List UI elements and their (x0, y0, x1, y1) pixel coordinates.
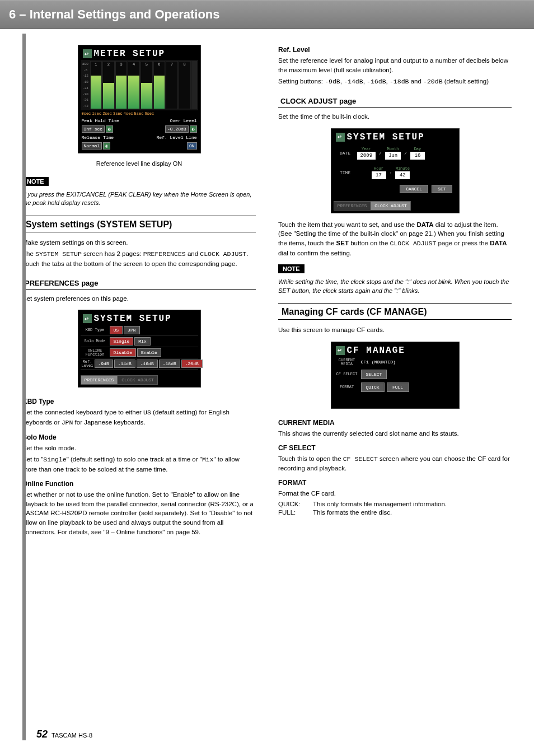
pref-tab-2: PREFERENCES (334, 201, 371, 211)
kbd-heading: KBD Type (22, 398, 256, 405)
meter-setup-screenshot: ↩ METER SETUP dB0 -6 -12 -18 -24 -30 -36… (78, 45, 201, 153)
note-text-2: While setting the time, the clock stops … (278, 278, 512, 295)
clock-tab-2: CLOCK ADJUST (371, 201, 411, 211)
note-text-1: If you press the EXIT/CANCEL (PEAK CLEAR… (22, 190, 256, 208)
release-knob-icon: ◐ (103, 142, 110, 150)
year-box: 2009 (357, 152, 376, 160)
cf-manage-heading: Managing CF cards (CF MANAGE) (278, 303, 512, 320)
left-column: ↩ METER SETUP dB0 -6 -12 -18 -24 -30 -36… (22, 40, 256, 539)
ref-label: Ref. Level (82, 360, 93, 368)
ref-18-btn: -18dB (159, 360, 180, 368)
cf-select-heading: CF SELECT (278, 444, 512, 452)
system-setup-heading: System settings (SYSTEM SETUP) (22, 216, 256, 232)
kbd-us-btn: US (110, 326, 123, 334)
min-box: 42 (395, 171, 410, 179)
quick-val: This only formats file management inform… (313, 501, 512, 507)
ref-9-btn: -9dB (95, 360, 113, 368)
sys-title: SYSTEM SETUP (94, 314, 172, 324)
cf-para-1: Use this screen to manage CF cards. (278, 325, 512, 335)
clock-para-2: Touch the item that you want to set, and… (278, 220, 512, 258)
kbd-jpn-btn: JPN (124, 326, 139, 334)
clock-tab: CLOCK ADJUST (118, 375, 158, 385)
note-tag-2: NOTE (278, 264, 305, 273)
pref-tab: PREFERENCES (81, 375, 118, 385)
cf-select-btn: SELECT (361, 370, 387, 379)
ref-para-2: Setting buttons: -9dB, -14dB, -16dB, -18… (278, 77, 512, 87)
cf-manage-screenshot: ↩ CF MANAGE CURRENT MEDIA CF1 (MOUNTED) … (331, 342, 460, 409)
format-quick-row: QUICK: This only formats file management… (278, 501, 512, 507)
ref-heading: Ref. Level (278, 46, 512, 54)
page-footer: 52 TASCAM HS-8 (36, 729, 92, 740)
back-icon: ↩ (336, 346, 345, 355)
back-icon: ↩ (83, 49, 92, 58)
cf-title: CF MANAGE (347, 346, 405, 356)
time-label: TIME (337, 170, 354, 175)
solo-para-2: Set to "Single" (default setting) to sol… (22, 455, 256, 474)
system-para-1: Make system settings on this screen. (22, 238, 256, 248)
quick-key: QUICK: (278, 501, 306, 507)
solo-mix-btn: Mix (134, 337, 150, 346)
meter-title: METER SETUP (94, 49, 166, 59)
page-title: 6 – Internal Settings and Operations (9, 7, 525, 22)
clock-adjust-screenshot: ↩ SYSTEM SETUP DATE Year2009 / MonthJun … (331, 128, 460, 213)
peak-button-row: 0sec 1sec 2sec 3sec 4sec 5sec 6sec (81, 110, 198, 117)
meter-scale: dB0 -6 -12 -18 -24 -30 -36 -42 (82, 61, 90, 109)
peak-hold-label: Peak Hold Time (82, 118, 119, 123)
system-para-2: The SYSTEM SETUP screen has 2 pages: PRE… (22, 249, 256, 268)
solo-single-btn: Single (110, 337, 134, 346)
solo-heading: Solo Mode (22, 433, 256, 441)
inf-btn: Inf sec (82, 125, 105, 133)
ref-level-line-label: Ref. Level Line (156, 135, 196, 140)
cf-format-label: FORMAT (335, 385, 359, 389)
ref-20-btn: -20dB (181, 360, 203, 368)
current-media-heading: CURRENT MEDIA (278, 419, 512, 427)
kbd-label: KBD Type (82, 328, 109, 332)
ref-on-btn: ON (187, 142, 197, 150)
format-heading: FORMAT (278, 479, 512, 487)
release-row: Release Time Ref. Level Line (81, 134, 198, 141)
ref-16-btn: -16dB (137, 360, 158, 368)
online-disable-btn: Disable (110, 348, 137, 357)
ref-14-btn: -14dB (114, 360, 135, 368)
full-key: FULL: (278, 509, 306, 516)
online-heading: Online Function (22, 480, 256, 488)
meter-caption: Reference level line display ON (22, 160, 256, 167)
kbd-para: Set the connected keyboard type to eithe… (22, 408, 256, 427)
cf-select-para: Touch this to open the CF SELECT screen … (278, 454, 512, 473)
cf-media-label: CURRENT MEDIA (335, 358, 359, 366)
back-icon: ↩ (336, 133, 345, 142)
over-value: -0.20dB (165, 125, 189, 133)
solo-para-1: Set the solo mode. (22, 444, 256, 453)
back-icon: ↩ (83, 314, 92, 323)
cf-select-label: CF SELECT (335, 372, 359, 376)
pref-para: Set system preferences on this page. (22, 294, 256, 304)
current-media-para: This shows the currently selected card s… (278, 429, 512, 438)
right-column: Ref. Level Set the reference level for a… (278, 40, 512, 539)
sys-tabs: PREFERENCES CLOCK ADJUST (81, 375, 198, 385)
peak-hold-row: Peak Hold Time Over Level (81, 117, 198, 124)
clock-tabs: PREFERENCES CLOCK ADJUST (334, 201, 457, 211)
page-side-bar (22, 34, 26, 740)
over-level-label: Over Level (170, 118, 196, 123)
date-row: DATE Year2009 / MonthJun / Day16 (334, 143, 457, 163)
date-label: DATE (337, 151, 354, 156)
release-label: Release Time (82, 135, 114, 140)
cf-quick-btn: QUICK (361, 382, 385, 392)
clock-heading: CLOCK ADJUST page (278, 95, 512, 108)
ref-para-1: Set the reference level for analog input… (278, 56, 512, 74)
online-enable-btn: Enable (137, 348, 161, 357)
meter-title-bar: ↩ METER SETUP (81, 48, 198, 60)
cf-full-btn: FULL (387, 382, 409, 392)
cf-media-value: CF1 (MOUNTED) (361, 360, 396, 365)
page-header: 6 – Internal Settings and Operations (0, 0, 534, 29)
full-val: This formats the entire disc. (313, 509, 512, 516)
cancel-btn: CANCEL (400, 185, 428, 193)
day-box: 16 (410, 152, 425, 160)
peak-knob-icon: ◐ (106, 125, 113, 133)
meter-lr (191, 61, 197, 109)
page-footer-text: TASCAM HS-8 (51, 732, 92, 739)
clock-para-1: Set the time of the built-in clock. (278, 112, 512, 122)
preferences-heading: PREFERENCES page (22, 277, 256, 290)
online-label: ONLINE Function (82, 349, 109, 357)
meter-bars: dB0 -6 -12 -18 -24 -30 -36 -42 1 2 3 4 5… (81, 60, 198, 110)
